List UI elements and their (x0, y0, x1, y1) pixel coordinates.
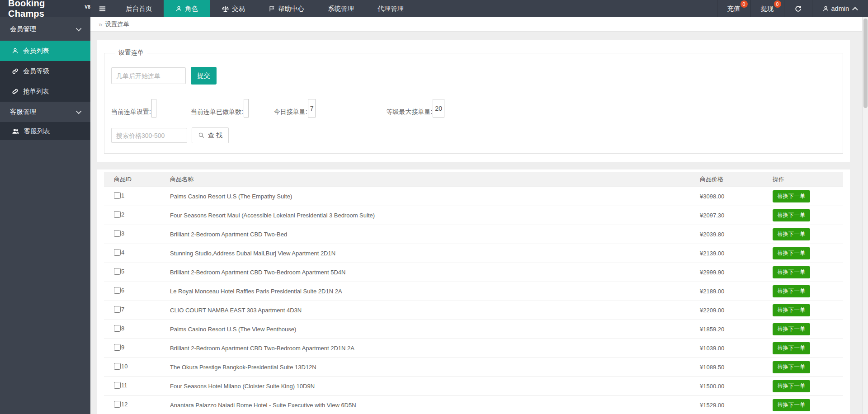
row-checkbox[interactable] (114, 401, 121, 408)
row-select[interactable]: 4 (114, 249, 124, 256)
refresh-button[interactable] (784, 0, 812, 17)
scrollbar-thumb[interactable] (863, 19, 868, 108)
product-price: ¥3098.00 (700, 193, 724, 200)
user-icon (822, 5, 829, 12)
admin-menu[interactable]: admin (812, 0, 868, 17)
submit-button[interactable]: 提交 (191, 67, 217, 85)
stat-current-chain-setting: 当前连单设置: (111, 99, 156, 118)
row-select[interactable]: 8 (114, 325, 124, 332)
replace-next-order-button[interactable]: 替换下一单 (773, 228, 810, 240)
sidebar-group-service-management[interactable]: 客服管理 (0, 102, 90, 122)
price-search-input[interactable] (111, 128, 187, 143)
row-checkbox[interactable] (114, 325, 121, 332)
replace-next-order-button[interactable]: 替换下一单 (773, 266, 810, 278)
hamburger-icon (99, 5, 106, 13)
sidebar-item-service-list[interactable]: 客服列表 (0, 122, 90, 140)
replace-next-order-button[interactable]: 替换下一单 (773, 399, 810, 411)
product-name: Le Royal Monceau Hotel Raffles Paris Pre… (170, 288, 342, 295)
withdraw-badge: 0 (774, 0, 781, 8)
replace-next-order-button[interactable]: 替换下一单 (773, 247, 810, 259)
table-header-row: 商品ID 商品名称 商品价格 操作 (104, 172, 843, 187)
table-row: 1 Palms Casino Resort U.S (The Empathy S… (104, 187, 843, 206)
nav-item-help-center[interactable]: 帮助中心 (257, 0, 316, 17)
product-name: Palms Casino Resort U.S (The Empathy Sui… (170, 193, 292, 200)
brand-logo: Booking ChampsV8 (0, 0, 90, 17)
row-checkbox[interactable] (114, 287, 121, 294)
row-checkbox[interactable] (114, 249, 121, 256)
stat-value-box: 7 (308, 99, 316, 118)
stat-chain-orders-done: 当前连单已做单数: (191, 99, 249, 118)
product-id: 7 (121, 306, 124, 313)
row-select[interactable]: 11 (114, 382, 127, 389)
double-chevron-icon: » (99, 20, 102, 28)
withdraw-button[interactable]: 提现 0 (750, 0, 784, 17)
table-row: 10 The Okura Prestige Bangkok-Presidenti… (104, 358, 843, 376)
row-checkbox[interactable] (114, 230, 121, 237)
product-name: CLIO COURT NAMBA EAST 303 Apartment 4D3N (170, 307, 302, 314)
flag-icon (269, 5, 275, 12)
find-button[interactable]: 查 找 (192, 127, 229, 143)
replace-next-order-button[interactable]: 替换下一单 (773, 361, 810, 373)
row-select[interactable]: 7 (114, 306, 124, 313)
link-icon (12, 88, 19, 95)
row-checkbox[interactable] (114, 268, 121, 275)
table-row: 11 Four Seasons Hotel Milano (Cloister S… (104, 376, 843, 395)
row-checkbox[interactable] (114, 211, 121, 218)
sidebar-group-member-management[interactable]: 会员管理 (0, 17, 90, 41)
link-icon (12, 68, 19, 75)
nav-item-roles[interactable]: 角色 (164, 0, 210, 17)
product-table-body: 1 Palms Casino Resort U.S (The Empathy S… (104, 187, 843, 414)
vertical-scrollbar[interactable] (862, 17, 868, 414)
replace-next-order-button[interactable]: 替换下一单 (773, 190, 810, 202)
replace-next-order-button[interactable]: 替换下一单 (773, 380, 810, 392)
row-checkbox[interactable] (114, 344, 121, 351)
chain-order-count-input[interactable] (111, 67, 186, 84)
sidebar-submenu-service: 客服列表 (0, 122, 90, 140)
row-select[interactable]: 6 (114, 287, 124, 294)
user-icon (175, 5, 182, 12)
recharge-button[interactable]: 充值 0 (717, 0, 750, 17)
admin-username: admin (831, 5, 849, 12)
search-icon (198, 132, 205, 139)
row-checkbox[interactable] (114, 382, 121, 389)
nav-item-system[interactable]: 系统管理 (316, 0, 366, 17)
product-price: ¥2189.00 (700, 288, 724, 295)
table-row: 4 Stunning Studio,Address Dubai Mall,Bur… (104, 244, 843, 263)
sidebar-item-member-level[interactable]: 会员等级 (0, 61, 90, 81)
row-checkbox[interactable] (114, 306, 121, 313)
search-row: 查 找 (111, 127, 836, 143)
product-name: Four Seasons Resort Maui (Accessible Lok… (170, 212, 375, 219)
row-select[interactable]: 12 (114, 401, 127, 408)
row-select[interactable]: 2 (114, 211, 124, 218)
product-id: 5 (121, 268, 124, 275)
users-icon (12, 127, 19, 135)
nav-item-agent[interactable]: 代理管理 (366, 0, 415, 17)
row-select[interactable]: 5 (114, 268, 124, 275)
product-id: 3 (121, 230, 124, 237)
nav-item-dashboard[interactable]: 后台首页 (114, 0, 164, 17)
replace-next-order-button[interactable]: 替换下一单 (773, 342, 810, 354)
product-id: 1 (121, 192, 124, 199)
stat-level-max-orders: 等级最大接单量: 20 (386, 99, 444, 118)
row-checkbox[interactable] (114, 363, 121, 370)
row-select[interactable]: 3 (114, 230, 124, 237)
page-title: 设置连单 (105, 20, 129, 28)
sidebar-item-grab-order-list[interactable]: 抢单列表 (0, 81, 90, 102)
row-checkbox[interactable] (114, 192, 121, 199)
table-row: 3 Brilliant 2-Bedroom Apartment CBD Two-… (104, 225, 843, 244)
sidebar-toggle-button[interactable] (90, 0, 114, 17)
sidebar-item-member-list[interactable]: 会员列表 (0, 41, 90, 61)
row-select[interactable]: 9 (114, 344, 124, 351)
chain-order-fieldset: 设置连单 提交 当前连单设置: 当前连单已做单数: 今日接单量: 7 (104, 49, 843, 154)
header-product-id: 商品ID (104, 172, 160, 187)
row-select[interactable]: 10 (114, 363, 127, 370)
row-select[interactable]: 1 (114, 192, 124, 199)
product-name: Brilliant 2-Bedroom Apartment CBD Two-Be… (170, 345, 354, 352)
product-id: 12 (121, 401, 127, 408)
replace-next-order-button[interactable]: 替换下一单 (773, 209, 810, 221)
nav-item-transactions[interactable]: 交易 (210, 0, 257, 17)
replace-next-order-button[interactable]: 替换下一单 (773, 304, 810, 316)
replace-next-order-button[interactable]: 替换下一单 (773, 323, 810, 335)
header-product-price: 商品价格 (690, 172, 763, 187)
replace-next-order-button[interactable]: 替换下一单 (773, 285, 810, 297)
